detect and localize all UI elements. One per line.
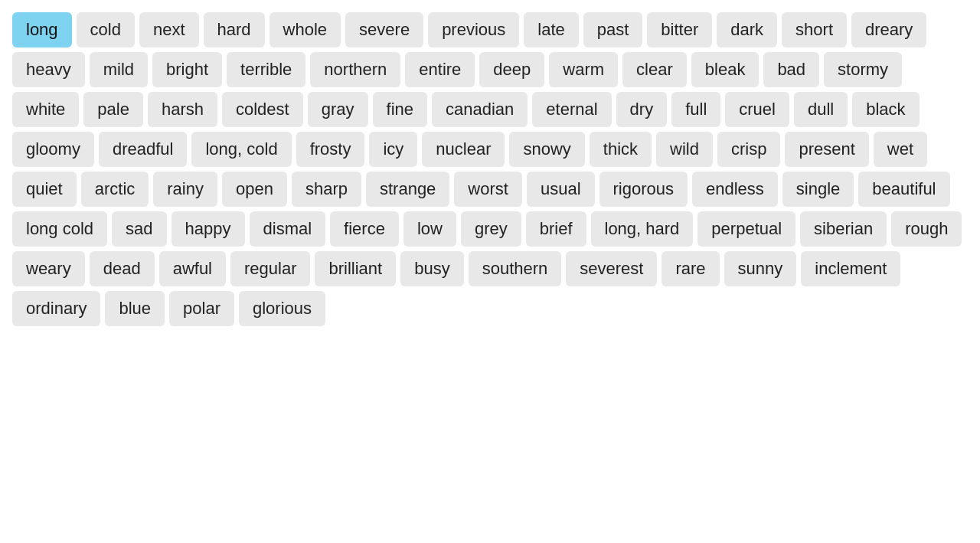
tag-item[interactable]: white <box>12 92 79 127</box>
tag-item[interactable]: single <box>782 172 854 207</box>
tag-item[interactable]: usual <box>527 172 595 207</box>
tag-item[interactable]: terrible <box>227 52 305 87</box>
tag-item[interactable]: long cold <box>12 211 107 247</box>
tag-item[interactable]: happy <box>172 211 245 247</box>
tag-item[interactable]: regular <box>230 251 310 286</box>
tag-item[interactable]: endless <box>692 172 778 207</box>
tag-item[interactable]: dreary <box>851 12 926 47</box>
tag-item[interactable]: gloomy <box>12 132 94 167</box>
tag-item[interactable]: long <box>12 12 72 47</box>
tag-item[interactable]: fine <box>373 92 427 127</box>
tag-item[interactable]: bad <box>763 52 819 87</box>
tag-item[interactable]: quiet <box>12 172 77 207</box>
tag-item[interactable]: wet <box>874 132 927 167</box>
tag-item[interactable]: clear <box>622 52 687 87</box>
tag-item[interactable]: northern <box>310 52 400 87</box>
tag-item[interactable]: hard <box>204 12 265 47</box>
tag-item[interactable]: rare <box>662 251 719 286</box>
tag-item[interactable]: brief <box>526 211 586 247</box>
tag-item[interactable]: next <box>139 12 199 47</box>
tag-item[interactable]: bright <box>152 52 222 87</box>
tag-item[interactable]: snowy <box>509 132 584 167</box>
tag-item[interactable]: siberian <box>800 211 887 247</box>
tag-item[interactable]: busy <box>400 251 463 286</box>
tag-item[interactable]: blue <box>105 291 165 326</box>
tag-item[interactable]: full <box>671 92 720 127</box>
tag-item[interactable]: dry <box>616 92 668 127</box>
tag-item[interactable]: late <box>524 12 578 47</box>
tag-item[interactable]: bleak <box>691 52 760 87</box>
tag-item[interactable]: rainy <box>153 172 217 207</box>
tag-item[interactable]: deep <box>479 52 544 87</box>
tag-item[interactable]: beautiful <box>858 172 949 207</box>
tag-item[interactable]: southern <box>469 251 562 286</box>
tag-item[interactable]: sad <box>112 211 166 247</box>
tag-item[interactable]: harsh <box>148 92 217 127</box>
tag-item[interactable]: entire <box>405 52 475 87</box>
tag-item[interactable]: mild <box>90 52 148 87</box>
tag-item[interactable]: dismal <box>250 211 326 247</box>
tag-item[interactable]: dark <box>717 12 777 47</box>
tag-item[interactable]: pale <box>83 92 143 127</box>
tag-item[interactable]: sunny <box>724 251 797 286</box>
tag-item[interactable]: worst <box>454 172 522 207</box>
tag-item[interactable]: long, hard <box>591 211 694 247</box>
tag-item[interactable]: strange <box>366 172 449 207</box>
tag-item[interactable]: frosty <box>296 132 365 167</box>
tag-item[interactable]: fierce <box>330 211 399 247</box>
tag-item[interactable]: sharp <box>292 172 361 207</box>
tag-item[interactable]: arctic <box>81 172 149 207</box>
tag-item[interactable]: cold <box>77 12 135 47</box>
tag-item[interactable]: black <box>852 92 919 127</box>
tag-item[interactable]: glorious <box>239 291 325 326</box>
tag-cloud: longcoldnexthardwholeseverepreviouslatep… <box>6 6 974 332</box>
tag-item[interactable]: stormy <box>824 52 902 87</box>
tag-item[interactable]: warm <box>549 52 618 87</box>
tag-item[interactable]: low <box>403 211 456 247</box>
tag-item[interactable]: past <box>583 12 643 47</box>
tag-item[interactable]: bitter <box>647 12 712 47</box>
tag-item[interactable]: thick <box>590 132 652 167</box>
tag-item[interactable]: previous <box>428 12 519 47</box>
tag-item[interactable]: brilliant <box>315 251 396 286</box>
tag-item[interactable]: long, cold <box>191 132 291 167</box>
tag-item[interactable]: present <box>785 132 868 167</box>
tag-item[interactable]: ordinary <box>12 291 100 326</box>
tag-item[interactable]: open <box>222 172 287 207</box>
tag-item[interactable]: wild <box>656 132 713 167</box>
tag-item[interactable]: short <box>782 12 847 47</box>
tag-item[interactable]: eternal <box>532 92 611 127</box>
tag-item[interactable]: crisp <box>717 132 780 167</box>
tag-item[interactable]: severest <box>566 251 657 286</box>
tag-item[interactable]: dead <box>90 251 155 286</box>
tag-item[interactable]: coldest <box>222 92 303 127</box>
tag-item[interactable]: cruel <box>725 92 789 127</box>
tag-item[interactable]: severe <box>345 12 423 47</box>
tag-item[interactable]: dull <box>794 92 848 127</box>
tag-item[interactable]: whole <box>270 12 341 47</box>
tag-item[interactable]: rigorous <box>599 172 688 207</box>
tag-item[interactable]: weary <box>12 251 85 286</box>
tag-item[interactable]: perpetual <box>697 211 795 247</box>
tag-item[interactable]: rough <box>891 211 962 247</box>
tag-item[interactable]: nuclear <box>422 132 505 167</box>
tag-item[interactable]: icy <box>369 132 417 167</box>
tag-item[interactable]: awful <box>159 251 226 286</box>
tag-item[interactable]: inclement <box>801 251 900 286</box>
tag-item[interactable]: dreadful <box>99 132 188 167</box>
tag-item[interactable]: canadian <box>432 92 528 127</box>
tag-item[interactable]: grey <box>461 211 521 247</box>
tag-item[interactable]: heavy <box>12 52 85 87</box>
tag-item[interactable]: gray <box>308 92 368 127</box>
tag-item[interactable]: polar <box>169 291 234 326</box>
